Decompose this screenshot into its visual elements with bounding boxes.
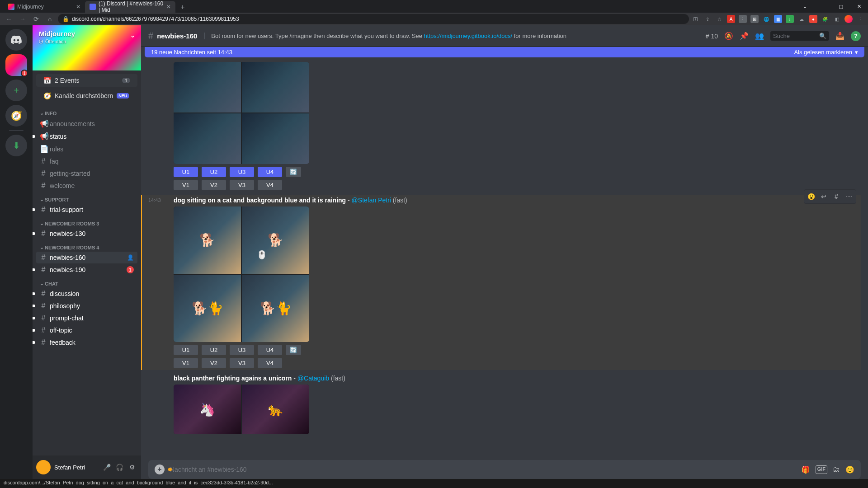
variation-button[interactable]: V2 bbox=[202, 358, 226, 368]
browse-channels-row[interactable]: 🧭 Kanäle durchstöbern NEU bbox=[36, 89, 137, 102]
message-list[interactable]: U1 U2 U3 U4 🔄 V1 V2 V3 V4 😮 ↩ bbox=[141, 57, 868, 460]
ext-icon-5[interactable]: ● bbox=[809, 15, 817, 23]
window-maximize[interactable]: ▢ bbox=[832, 0, 850, 13]
upscale-button[interactable]: U2 bbox=[202, 345, 226, 355]
discord-home-button[interactable] bbox=[5, 29, 27, 51]
message-input[interactable]: + Nachricht an #newbies-160 🎁 GIF 🗂 😊 bbox=[148, 460, 861, 479]
variation-button[interactable]: V1 bbox=[174, 358, 198, 368]
channel-off-topic[interactable]: #off-topic bbox=[36, 324, 137, 336]
user-avatar[interactable] bbox=[36, 460, 51, 474]
window-close[interactable]: ✕ bbox=[850, 0, 868, 13]
more-button[interactable]: ⋯ bbox=[843, 191, 855, 202]
home-button[interactable]: ⌂ bbox=[44, 14, 55, 24]
image-tile[interactable]: 🐕🐈 bbox=[242, 275, 309, 342]
explore-servers-button[interactable]: 🧭 bbox=[5, 105, 27, 127]
pinned-button[interactable]: 📌 bbox=[740, 32, 749, 40]
channel-faq[interactable]: #faq bbox=[36, 155, 137, 167]
image-tile[interactable] bbox=[242, 113, 309, 164]
channel-newbies-190[interactable]: #newbies-1901 bbox=[36, 264, 137, 276]
attach-button[interactable]: + bbox=[155, 465, 165, 474]
channel-rules[interactable]: 📄rules bbox=[36, 143, 137, 155]
author-mention[interactable]: @Cataguib bbox=[297, 375, 329, 382]
close-tab-icon[interactable]: ✕ bbox=[76, 4, 80, 10]
events-row[interactable]: 📅 2 Events 1 bbox=[36, 74, 137, 87]
download-apps-button[interactable]: ⬇ bbox=[5, 135, 27, 156]
add-server-button[interactable]: + bbox=[5, 80, 27, 101]
channel-getting-started[interactable]: #getting-started bbox=[36, 168, 137, 179]
new-messages-bar[interactable]: 19 neue Nachrichten seit 14:43 Als geles… bbox=[145, 47, 864, 57]
browser-tab-discord[interactable]: (1) Discord | #newbies-160 | Mid ✕ bbox=[85, 1, 175, 13]
channel-newbies-160[interactable]: #newbies-160👤 bbox=[36, 252, 137, 263]
forward-button[interactable]: → bbox=[17, 14, 28, 24]
thread-button[interactable]: # bbox=[830, 191, 842, 202]
image-tile[interactable]: 🐕 bbox=[242, 206, 309, 274]
settings-button[interactable]: ⚙ bbox=[127, 464, 137, 471]
ext-icon-1[interactable]: ⋮ bbox=[739, 15, 747, 23]
upscale-button[interactable]: U4 bbox=[258, 167, 282, 177]
new-tab-button[interactable]: + bbox=[177, 2, 188, 13]
author-mention[interactable]: @Stefan Petri bbox=[352, 197, 391, 204]
channel-category[interactable]: ⌄ NEWCOMER ROOMS 4 bbox=[33, 240, 141, 251]
help-button[interactable]: ? bbox=[851, 31, 861, 41]
back-button[interactable]: ← bbox=[4, 14, 14, 24]
variation-button[interactable]: V3 bbox=[230, 180, 254, 190]
variation-button[interactable]: V3 bbox=[230, 358, 254, 368]
ext-icon-4[interactable]: ↓ bbox=[786, 15, 794, 23]
ext-icon-3[interactable]: ▦ bbox=[774, 15, 782, 23]
profile-avatar[interactable] bbox=[844, 15, 853, 23]
url-input[interactable]: 🔒 discord.com/channels/66226797698429747… bbox=[58, 14, 689, 24]
channel-feedback[interactable]: #feedback bbox=[36, 337, 137, 348]
upscale-button[interactable]: U4 bbox=[258, 345, 282, 355]
upscale-button[interactable]: U2 bbox=[202, 167, 226, 177]
channel-trial-support[interactable]: #trial-support bbox=[36, 204, 137, 216]
generated-image-grid[interactable] bbox=[174, 62, 309, 164]
image-tile[interactable] bbox=[174, 113, 241, 164]
reload-button[interactable]: ⟳ bbox=[31, 14, 42, 24]
key-icon[interactable]: ⚿ bbox=[692, 15, 700, 23]
channel-welcome[interactable]: #welcome bbox=[36, 180, 137, 192]
channel-category[interactable]: ⌄ INFO bbox=[33, 106, 141, 117]
ext-icon-2[interactable]: ⊞ bbox=[750, 15, 759, 23]
inbox-button[interactable]: 📥 bbox=[835, 32, 844, 40]
channel-philosophy[interactable]: #philosophy bbox=[36, 300, 137, 312]
members-button[interactable]: 👥 bbox=[755, 32, 764, 40]
search-input[interactable]: Suche 🔍 bbox=[770, 31, 829, 41]
puzzle-icon[interactable]: 🧩 bbox=[821, 15, 829, 23]
cloud-icon[interactable]: ☁ bbox=[797, 15, 806, 23]
emoji-button[interactable]: 😊 bbox=[845, 465, 854, 474]
reroll-button[interactable]: 🔄 bbox=[286, 167, 301, 177]
gift-button[interactable]: 🎁 bbox=[801, 465, 810, 474]
create-invite-icon[interactable]: 👤 bbox=[127, 254, 134, 261]
generated-image-grid[interactable]: 🦄 🐆 bbox=[174, 385, 309, 434]
sidepanel-icon[interactable]: ◧ bbox=[833, 15, 841, 23]
channel-category[interactable]: ⌄ SUPPORT bbox=[33, 192, 141, 203]
react-button[interactable]: 😮 bbox=[805, 191, 817, 202]
variation-button[interactable]: V4 bbox=[258, 180, 282, 190]
variation-button[interactable]: V2 bbox=[202, 180, 226, 190]
generated-image-grid[interactable]: 🐕 🐕 🐕🐈 🐕🐈 bbox=[174, 206, 309, 342]
upscale-button[interactable]: U3 bbox=[230, 167, 254, 177]
window-dropdown[interactable]: ⌄ bbox=[796, 0, 814, 13]
upscale-button[interactable]: U3 bbox=[230, 345, 254, 355]
browser-tab-midjourney[interactable]: Midjourney ✕ bbox=[4, 1, 85, 13]
share-icon[interactable]: ⇪ bbox=[703, 15, 712, 23]
globe-icon[interactable]: 🌐 bbox=[762, 15, 770, 23]
channel-category[interactable]: ⌄ CHAT bbox=[33, 276, 141, 287]
server-header[interactable]: Midjourney ◷ Öffentlich ⌄ bbox=[33, 25, 141, 70]
channel-category[interactable]: ⌄ NEWCOMER ROOMS 3 bbox=[33, 216, 141, 227]
upscale-button[interactable]: U1 bbox=[174, 345, 198, 355]
image-tile[interactable]: 🦄 bbox=[174, 385, 241, 434]
notifications-button[interactable]: 🔕 bbox=[724, 32, 733, 40]
image-tile[interactable]: 🐕🐈 bbox=[174, 275, 241, 342]
abp-icon[interactable]: A bbox=[727, 15, 735, 23]
mute-mic-button[interactable]: 🎤 bbox=[101, 464, 112, 471]
channel-prompt-chat[interactable]: #prompt-chat bbox=[36, 312, 137, 324]
channel-status[interactable]: 📢status bbox=[36, 130, 137, 142]
image-tile[interactable] bbox=[242, 62, 309, 113]
image-tile[interactable]: 🐆 bbox=[242, 385, 309, 434]
channel-announcements[interactable]: 📢announcements bbox=[36, 117, 137, 130]
deafen-button[interactable]: 🎧 bbox=[114, 464, 125, 471]
sticker-button[interactable]: 🗂 bbox=[833, 465, 840, 474]
variation-button[interactable]: V1 bbox=[174, 180, 198, 190]
channel-discussion[interactable]: #discussion bbox=[36, 288, 137, 300]
